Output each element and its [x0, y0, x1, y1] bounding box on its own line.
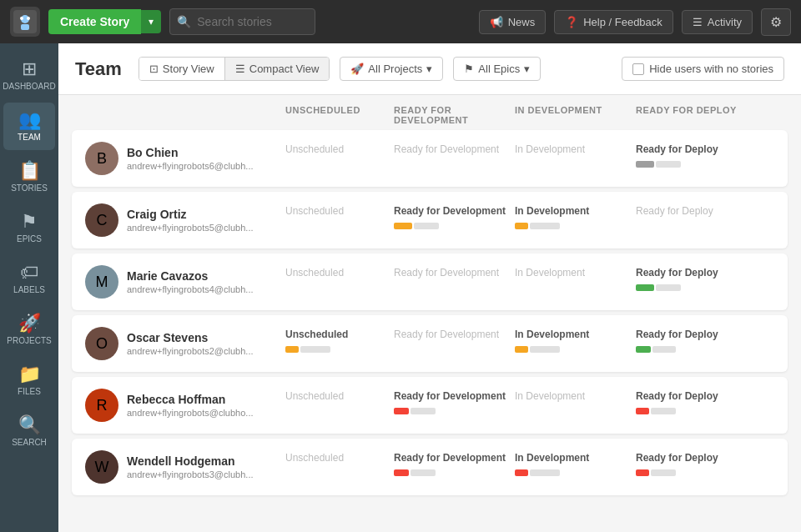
story-bars: [394, 408, 515, 414]
col-status-label: Ready for Development: [394, 452, 515, 464]
table-row: M Marie Cavazos andrew+flyingrobots4@clu…: [72, 253, 788, 310]
col-header-3: In Development: [515, 105, 636, 125]
story-bar: [530, 346, 560, 353]
col-cell-1: Ready for Development: [394, 203, 515, 229]
col-status-label: In Development: [515, 452, 636, 464]
help-feedback-button[interactable]: ❓ Help / Feedback: [554, 10, 673, 34]
story-bar: [515, 223, 528, 229]
sidebar-item-label: SEARCH: [12, 438, 47, 447]
app-body: ⊞ DASHBOARD 👥 TEAM 📋 STORIES ⚑ EPICS 🏷 L…: [0, 43, 801, 532]
col-status-label: In Development: [515, 143, 636, 155]
col-status-label: Unscheduled: [285, 267, 394, 279]
hide-no-stories-button[interactable]: Hide users with no stories: [622, 57, 784, 81]
compact-view-button[interactable]: ☰ Compact View: [225, 58, 330, 80]
main-header: Team ⊡ Story View ☰ Compact View 🚀 All P…: [58, 43, 801, 95]
gear-icon: ⚙: [770, 15, 782, 29]
compact-view-icon: ☰: [235, 63, 245, 75]
col-cell-2: In Development: [515, 265, 636, 279]
table-row: C Craig Ortiz andrew+flyingrobots5@clubh…: [72, 192, 788, 248]
col-header-1: Unscheduled: [285, 105, 394, 125]
story-bar: [515, 469, 528, 476]
help-icon: ❓: [565, 16, 578, 28]
col-status-label: Ready for Development: [394, 390, 515, 402]
col-status-label: Ready for Deploy: [636, 143, 786, 155]
files-icon: 📁: [18, 365, 41, 384]
avatar: W: [85, 450, 118, 484]
col-status-label: Unscheduled: [285, 143, 394, 155]
search-input[interactable]: [169, 8, 315, 35]
story-bar: [394, 408, 409, 414]
sidebar-item-label: TEAM: [18, 133, 41, 142]
create-story-dropdown-button[interactable]: ▾: [141, 10, 161, 33]
col-status-label: Ready for Development: [394, 267, 515, 279]
stories-icon: 📋: [18, 162, 41, 180]
col-header-4: Ready for Deploy: [636, 105, 786, 125]
table-row: O Oscar Stevens andrew+flyingrobots2@clu…: [72, 315, 788, 372]
sidebar-item-labels[interactable]: 🏷 LABELS: [3, 255, 55, 303]
svg-point-4: [27, 17, 30, 20]
col-status-label: Unscheduled: [285, 329, 394, 340]
col-cell-2: In Development: [515, 389, 636, 402]
col-status-label: In Development: [515, 267, 636, 279]
col-status-label: In Development: [515, 329, 636, 340]
sidebar-item-label: EPICS: [17, 234, 42, 243]
table-row: W Wendell Hodgeman andrew+flyingrobots3@…: [72, 439, 788, 495]
story-bars: [394, 469, 515, 476]
sidebar-item-label: PROJECTS: [7, 336, 51, 345]
story-view-button[interactable]: ⊡ Story View: [139, 58, 225, 80]
hide-label: Hide users with no stories: [649, 63, 773, 75]
story-bar: [411, 469, 436, 476]
all-projects-filter[interactable]: 🚀 All Projects ▾: [340, 57, 443, 81]
sidebar-item-dashboard[interactable]: ⊞ DASHBOARD: [3, 52, 55, 99]
compact-view-label: Compact View: [249, 63, 320, 75]
story-bar: [394, 469, 409, 476]
user-info-bo-chien: B Bo Chien andrew+flyingrobots6@clubh...: [85, 142, 285, 175]
sidebar: ⊞ DASHBOARD 👥 TEAM 📋 STORIES ⚑ EPICS 🏷 L…: [0, 43, 58, 532]
col-header-0: [85, 105, 285, 125]
col-status-label: Ready for Development: [394, 143, 515, 155]
sidebar-item-team[interactable]: 👥 TEAM: [3, 103, 55, 150]
sidebar-item-search[interactable]: 🔍 SEARCH: [3, 408, 55, 455]
story-bars: [394, 223, 515, 229]
story-bars: [515, 469, 636, 476]
activity-label: Activity: [708, 16, 742, 28]
sidebar-item-stories[interactable]: 📋 STORIES: [3, 153, 55, 201]
story-bar: [285, 346, 299, 353]
team-icon: 👥: [18, 111, 41, 129]
help-label: Help / Feedback: [583, 16, 662, 28]
user-email: andrew+flyingrobots@clubho...: [127, 408, 254, 418]
avatar: O: [85, 327, 118, 360]
col-cell-1: Ready for Development: [394, 389, 515, 414]
sidebar-item-files[interactable]: 📁 FILES: [3, 357, 55, 404]
story-bars: [636, 408, 786, 414]
flag-icon: ⚑: [464, 63, 474, 75]
col-cell-2: In Development: [515, 142, 636, 155]
settings-button[interactable]: ⚙: [761, 8, 791, 36]
story-bar: [656, 284, 681, 291]
story-bar: [651, 408, 676, 414]
news-label: News: [508, 16, 536, 28]
epics-icon: ⚑: [21, 213, 38, 231]
megaphone-icon: 📢: [490, 16, 503, 28]
user-name: Wendell Hodgeman: [127, 454, 254, 468]
all-epics-filter[interactable]: ⚑ All Epics ▾: [453, 57, 541, 81]
search-icon: 🔍: [18, 416, 41, 434]
col-cell-3: Ready for Deploy: [636, 142, 786, 168]
col-cell-1: Ready for Development: [394, 142, 515, 155]
search-wrap: 🔍: [169, 8, 315, 35]
sidebar-item-label: STORIES: [11, 183, 48, 193]
sidebar-item-epics[interactable]: ⚑ EPICS: [3, 204, 55, 252]
user-info-craig-ortiz: C Craig Ortiz andrew+flyingrobots5@clubh…: [85, 203, 285, 237]
user-info-wendell-hodgeman: W Wendell Hodgeman andrew+flyingrobots3@…: [85, 450, 285, 484]
create-story-button[interactable]: Create Story: [48, 9, 141, 34]
sidebar-item-projects[interactable]: 🚀 PROJECTS: [3, 306, 55, 354]
story-bar: [636, 284, 654, 291]
activity-button[interactable]: ☰ Activity: [682, 10, 753, 34]
story-bars: [515, 223, 636, 229]
news-button[interactable]: 📢 News: [479, 10, 547, 34]
col-cell-3: Ready for Deploy: [636, 203, 786, 217]
dashboard-icon: ⊞: [22, 60, 37, 78]
col-cell-2: In Development: [515, 327, 636, 353]
col-cell-0: Unscheduled: [285, 203, 394, 217]
col-status-label: Unscheduled: [285, 452, 394, 464]
